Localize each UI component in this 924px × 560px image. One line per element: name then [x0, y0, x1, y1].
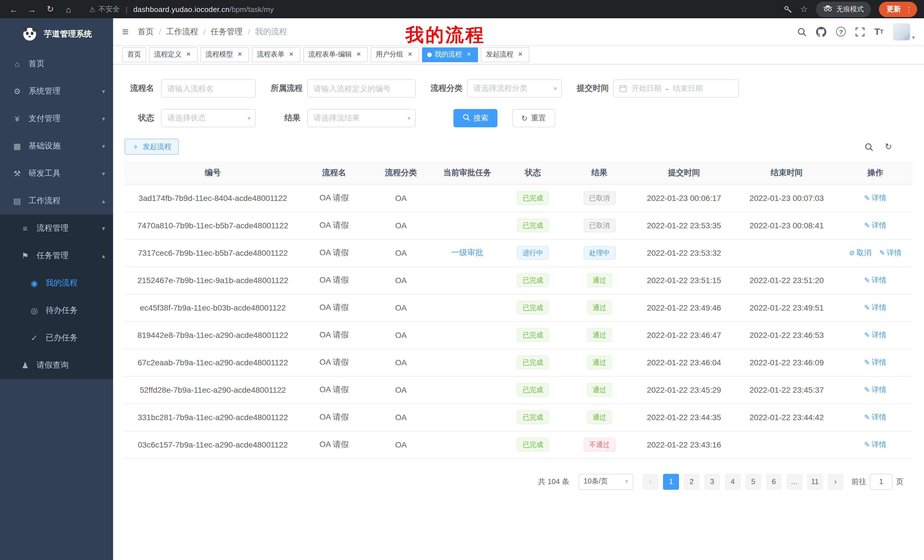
- breadcrumb-item[interactable]: 工作流程: [166, 27, 198, 37]
- tab-my-process[interactable]: 我的流程×: [422, 47, 478, 62]
- detail-button[interactable]: ✎详情: [864, 357, 886, 368]
- sidebar-item-home[interactable]: ⌂首页: [0, 50, 113, 78]
- page-button-1[interactable]: 1: [663, 473, 679, 490]
- sidebar-item-system-management[interactable]: ⚙系统管理▾: [0, 78, 113, 105]
- breadcrumb-item[interactable]: 首页: [138, 27, 154, 37]
- submit-time-range-picker[interactable]: 开始日期 - 结束日期: [614, 79, 739, 97]
- tab-home[interactable]: 首页: [122, 47, 146, 62]
- detail-button[interactable]: ✎详情: [879, 248, 902, 258]
- detail-button[interactable]: ✎详情: [864, 330, 886, 340]
- cell-submit-time: 2022-01-22 23:43:16: [633, 431, 735, 458]
- sidebar-item-done-tasks[interactable]: ✓已办任务: [0, 324, 113, 352]
- close-icon[interactable]: ×: [236, 51, 244, 58]
- close-icon[interactable]: ×: [184, 51, 192, 58]
- table-row: 52ffd28e-7b9a-11ec-a290-acde48001122OA 请…: [124, 376, 913, 404]
- tab-label: 流程表单-编辑: [308, 49, 352, 59]
- font-size-icon[interactable]: TT: [874, 27, 884, 37]
- cell-process-name: OA 请假: [301, 376, 367, 404]
- security-status[interactable]: ⚠ 不安全: [89, 4, 120, 14]
- sidebar-item-payment-management[interactable]: ¥支付管理▾: [0, 105, 113, 132]
- sidebar-item-dev-tools[interactable]: ⚒研发工具▾: [0, 160, 113, 187]
- search-toggle-icon[interactable]: [865, 142, 873, 151]
- detail-button[interactable]: ✎详情: [864, 440, 886, 450]
- help-icon[interactable]: ?: [836, 27, 846, 36]
- page-button-11[interactable]: 11: [807, 473, 823, 490]
- search-button[interactable]: 搜索: [453, 109, 497, 127]
- search-icon[interactable]: [797, 27, 806, 36]
- detail-button[interactable]: ✎详情: [864, 302, 886, 313]
- detail-button[interactable]: ✎详情: [864, 412, 886, 422]
- sidebar-item-leave-query[interactable]: ♟请假查询: [0, 352, 113, 379]
- page-button-4[interactable]: 4: [725, 473, 741, 490]
- sidebar-item-task-management[interactable]: ⚑任务管理▴: [0, 242, 113, 270]
- page-button-3[interactable]: 3: [704, 473, 720, 490]
- close-icon[interactable]: ×: [406, 51, 414, 58]
- table-row: 03c6c157-7b9a-11ec-a290-acde48001122OA 请…: [124, 431, 913, 458]
- reload-icon[interactable]: ↻: [44, 3, 57, 15]
- detail-button[interactable]: ✎详情: [864, 385, 886, 395]
- cell-current-task: [435, 267, 500, 294]
- category-select[interactable]: 请选择流程分类 ▾: [467, 79, 562, 97]
- close-icon[interactable]: ×: [465, 51, 473, 58]
- browser-menu-icon[interactable]: ⋮: [906, 5, 913, 13]
- sidebar-item-label: 系统管理: [28, 86, 60, 96]
- cell-actions: ✎详情: [838, 321, 913, 349]
- fullscreen-icon[interactable]: [855, 27, 865, 36]
- chevron-down-icon: ▾: [625, 478, 628, 485]
- tab-process-form-edit[interactable]: 流程表单-编辑×: [303, 47, 368, 62]
- owner-process-input[interactable]: [307, 79, 416, 97]
- update-button[interactable]: 更新 ⋮: [879, 1, 917, 17]
- tab-start-process[interactable]: 发起流程×: [481, 47, 530, 62]
- user-menu[interactable]: ▾: [893, 23, 915, 40]
- tab-process-model[interactable]: 流程模型×: [201, 47, 249, 62]
- next-page-button[interactable]: ›: [828, 473, 843, 490]
- home-icon[interactable]: ⌂: [62, 3, 75, 15]
- back-icon[interactable]: ←: [7, 3, 21, 15]
- cell-submit-time: 2022-01-22 23:44:35: [633, 404, 735, 431]
- close-icon[interactable]: ×: [355, 51, 363, 58]
- sidebar-item-infrastructure[interactable]: ▦基础设施▾: [0, 132, 113, 160]
- breadcrumb-item[interactable]: 任务管理: [211, 27, 243, 37]
- process-icon: ≡: [20, 224, 31, 233]
- cell-submit-time: 2022-01-22 23:51:15: [633, 267, 735, 294]
- tab-user-group[interactable]: 用户分组×: [370, 47, 419, 62]
- detail-button[interactable]: ✎详情: [864, 220, 886, 231]
- address-bar[interactable]: dashboard.yudao.iocoder.cn/bpm/task/my: [134, 5, 274, 13]
- result-tag: 处理中: [584, 246, 615, 260]
- key-icon[interactable]: [783, 5, 792, 13]
- page-button-2[interactable]: 2: [684, 473, 700, 490]
- close-icon[interactable]: ×: [287, 51, 295, 58]
- tab-process-form[interactable]: 流程表单×: [252, 47, 300, 62]
- status-select[interactable]: 请选择状态 ▾: [161, 109, 256, 127]
- sidebar-item-workflow[interactable]: ▤工作流程▴: [0, 187, 113, 215]
- github-icon[interactable]: [816, 27, 826, 37]
- page-button-6[interactable]: 6: [766, 473, 782, 490]
- cancel-button[interactable]: ⊘取消: [849, 248, 871, 258]
- reset-button[interactable]: ↻ 重置: [512, 109, 555, 127]
- more-pages-button[interactable]: …: [786, 473, 802, 490]
- app-logo-row[interactable]: 芋道管理系统: [0, 18, 113, 50]
- prev-page-button[interactable]: ‹: [642, 473, 658, 490]
- current-task-link[interactable]: 一级审批: [451, 248, 483, 257]
- result-select[interactable]: 请选择流结果 ▾: [307, 109, 416, 127]
- page-size-select[interactable]: 10条/页 ▾: [579, 473, 633, 490]
- forward-icon[interactable]: →: [25, 3, 39, 15]
- refresh-table-icon[interactable]: ↻: [885, 142, 892, 152]
- sidebar-item-process-management[interactable]: ≡流程管理▾: [0, 215, 113, 242]
- cell-result: 通过: [566, 404, 633, 431]
- sidebar-item-my-process[interactable]: ◉我的流程: [0, 270, 113, 297]
- table-row: ec45f38f-7b9a-11ec-b03b-acde48001122OA 请…: [124, 294, 913, 321]
- avatar[interactable]: [893, 23, 910, 40]
- bookmark-star-icon[interactable]: ☆: [800, 4, 808, 14]
- sidebar-item-todo-tasks[interactable]: ◎待办任务: [0, 297, 113, 324]
- process-name-input[interactable]: [161, 79, 256, 97]
- start-process-button[interactable]: ＋ 发起流程: [124, 139, 179, 155]
- detail-button[interactable]: ✎详情: [864, 193, 886, 203]
- jump-page-input[interactable]: [870, 473, 892, 490]
- status-tag: 进行中: [517, 246, 549, 260]
- tab-process-definition[interactable]: 流程定义×: [149, 47, 198, 62]
- page-button-5[interactable]: 5: [745, 473, 761, 490]
- detail-button[interactable]: ✎详情: [864, 275, 886, 285]
- close-icon[interactable]: ×: [516, 51, 524, 58]
- menu-collapse-icon[interactable]: ≡: [122, 25, 129, 38]
